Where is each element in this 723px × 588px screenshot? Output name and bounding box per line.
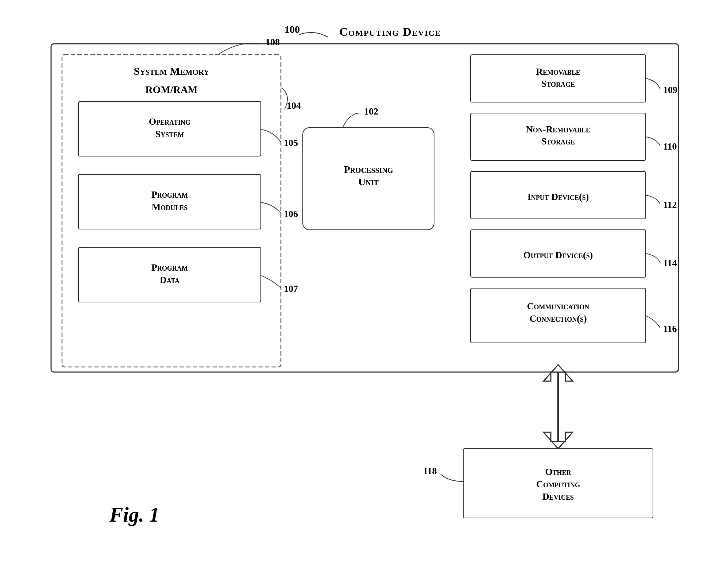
cc-label-line1: Communication	[527, 301, 589, 312]
ref-104: 104	[287, 100, 301, 111]
ref-114: 114	[663, 258, 677, 268]
system-memory-label: System Memory	[134, 65, 209, 77]
nrs-label-line1: Non-Removable	[526, 124, 590, 135]
os-label-line1: Operating	[149, 116, 190, 127]
ref-107: 107	[284, 283, 298, 294]
pu-label-line2: Unit	[358, 176, 379, 187]
ref-108: 108	[266, 37, 280, 47]
rs-label-line2: Storage	[541, 78, 575, 89]
rs-label-line1: Removable	[536, 66, 580, 77]
ref-110: 110	[663, 141, 677, 152]
ref-116: 116	[663, 324, 677, 334]
ref-100: 100	[285, 24, 300, 35]
ocd-label-line2: Computing	[536, 479, 580, 490]
pu-label-line1: Processing	[344, 164, 393, 175]
ocd-label-line3: Devices	[542, 491, 574, 502]
ref-106: 106	[284, 209, 298, 219]
pm-label-line1: Program	[151, 189, 188, 200]
od-label: Output Device(s)	[523, 250, 593, 260]
nrs-label-line2: Storage	[541, 136, 575, 147]
ref-109: 109	[663, 85, 677, 95]
ref-118: 118	[423, 466, 437, 476]
id-label: Input Device(s)	[527, 192, 589, 202]
ref-105: 105	[284, 138, 298, 148]
ref-112: 112	[663, 200, 677, 210]
pm-label-line2: Modules	[152, 202, 188, 212]
ref-102: 102	[364, 106, 378, 117]
cc-label-line2: Connection(s)	[529, 313, 587, 324]
pd-label-line2: Data	[160, 275, 179, 285]
rom-ram-label: ROM/RAM	[145, 84, 197, 95]
computing-device-label: Computing Device	[339, 25, 441, 38]
fig-label: Fig. 1	[109, 503, 159, 526]
pd-label-line1: Program	[151, 262, 188, 273]
os-label-line2: System	[155, 129, 184, 139]
ocd-label-line1: Other	[545, 467, 571, 477]
